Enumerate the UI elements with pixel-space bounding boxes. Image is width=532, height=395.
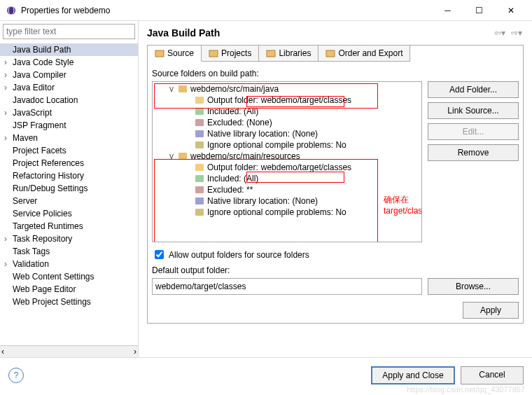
cancel-button[interactable]: Cancel (461, 366, 524, 384)
tree-node-ignore[interactable]: Ignore optional compile problems: No (154, 139, 420, 151)
sidebar-item-task-tags[interactable]: Task Tags (0, 245, 138, 258)
svg-rect-14 (195, 175, 204, 182)
svg-rect-4 (267, 50, 275, 57)
svg-rect-2 (155, 50, 164, 57)
source-folders-tree[interactable]: 确保在target/classes vwebdemo/src/main/java… (152, 81, 422, 242)
tree-node-output[interactable]: Output folder: webdemo/target/classes (154, 95, 420, 106)
tree-node-output[interactable]: Output folder: webdemo/target/classes (154, 162, 420, 173)
window-title: Properties for webdemo (21, 6, 432, 15)
tree-node-excluded[interactable]: Excluded: ** (154, 184, 420, 195)
sidebar-item-targeted-runtimes[interactable]: Targeted Runtimes (0, 220, 138, 233)
sidebar-item-service-policies[interactable]: Service Policies (0, 207, 138, 220)
minimize-button[interactable]: ─ (432, 0, 463, 21)
svg-rect-11 (195, 141, 204, 148)
page-title: Java Build Path (147, 27, 493, 39)
sidebar-tree[interactable]: Java Build PathJava Code StyleJava Compi… (0, 42, 138, 345)
default-output-input[interactable] (152, 278, 422, 295)
svg-rect-15 (195, 186, 204, 193)
svg-rect-3 (209, 50, 218, 57)
sidebar-item-jsp-fragment[interactable]: JSP Fragment (0, 119, 138, 132)
tree-node-excluded[interactable]: Excluded: (None) (154, 117, 420, 128)
forward-icon[interactable]: ⇨▾ (510, 27, 524, 39)
library-icon (266, 48, 276, 58)
filter-input[interactable] (3, 24, 135, 39)
chevron-down-icon: v (168, 151, 175, 161)
sidebar-item-java-editor[interactable]: Java Editor (0, 81, 138, 94)
allow-output-checkbox[interactable] (155, 250, 164, 259)
ignore-icon (195, 140, 204, 150)
tabs: SourceProjectsLibrariesOrder and Export (147, 45, 524, 62)
svg-rect-7 (195, 97, 204, 104)
apply-close-button[interactable]: Apply and Close (371, 366, 455, 384)
svg-rect-16 (195, 198, 204, 205)
tree-node-included[interactable]: Included: (All) (154, 106, 420, 117)
sidebar-item-validation[interactable]: Validation (0, 258, 138, 270)
sidebar-item-web-project-settings[interactable]: Web Project Settings (0, 296, 138, 308)
native-icon (195, 196, 204, 206)
tree-node-folder[interactable]: vwebdemo/src/main/java (154, 83, 420, 95)
native-icon (195, 129, 204, 139)
output-icon (195, 95, 204, 105)
svg-rect-10 (195, 130, 204, 137)
tab-projects[interactable]: Projects (202, 46, 259, 62)
tree-node-included[interactable]: Included: (All) (154, 173, 420, 184)
sidebar-item-refactoring-history[interactable]: Refactoring History (0, 169, 138, 182)
excluded-icon (195, 185, 204, 195)
back-icon[interactable]: ⇦▾ (493, 27, 507, 39)
add-folder-button[interactable]: Add Folder... (428, 81, 519, 98)
build-path-label: Source folders on build path: (152, 69, 519, 78)
sidebar-item-server[interactable]: Server (0, 195, 138, 207)
tab-source[interactable]: Source (148, 46, 202, 62)
included-icon (195, 106, 204, 116)
folder-icon (155, 48, 164, 58)
maximize-button[interactable]: ☐ (463, 0, 495, 21)
sidebar-item-project-references[interactable]: Project References (0, 157, 138, 169)
tree-node-native[interactable]: Native library location: (None) (154, 195, 420, 207)
apply-button[interactable]: Apply (463, 302, 519, 319)
svg-rect-12 (178, 153, 187, 160)
svg-rect-17 (195, 209, 204, 216)
sidebar-item-web-page-editor[interactable]: Web Page Editor (0, 283, 138, 296)
browse-button[interactable]: Browse... (428, 278, 519, 295)
sidebar-item-java-code-style[interactable]: Java Code Style (0, 56, 138, 69)
sidebar-item-java-compiler[interactable]: Java Compiler (0, 69, 138, 81)
chevron-down-icon: v (168, 84, 175, 94)
sidebar-item-java-build-path[interactable]: Java Build Path (0, 43, 138, 56)
sidebar-item-web-content-settings[interactable]: Web Content Settings (0, 270, 138, 283)
tree-node-native[interactable]: Native library location: (None) (154, 128, 420, 139)
svg-rect-5 (326, 50, 335, 57)
watermark: https://blog.csdn.net/qq_43077857 (407, 385, 525, 394)
close-button[interactable]: ✕ (495, 0, 526, 21)
svg-rect-13 (195, 164, 204, 171)
included-icon (195, 174, 204, 183)
sidebar-item-javascript[interactable]: JavaScript (0, 106, 138, 119)
svg-rect-9 (195, 119, 204, 126)
tree-node-ignore[interactable]: Ignore optional compile problems: No (154, 207, 420, 218)
eclipse-icon (6, 5, 17, 16)
tab-order-and-export[interactable]: Order and Export (318, 46, 410, 62)
excluded-icon (195, 118, 204, 127)
folder-icon (178, 151, 188, 161)
folder-icon (178, 84, 188, 94)
project-icon (209, 48, 218, 58)
svg-rect-6 (178, 85, 187, 92)
link-source-button[interactable]: Link Source... (428, 102, 519, 119)
allow-output-label: Allow output folders for source folders (169, 250, 309, 260)
sidebar-item-javadoc-location[interactable]: Javadoc Location (0, 94, 138, 106)
sidebar-item-maven[interactable]: Maven (0, 132, 138, 144)
edit-button: Edit... (428, 123, 519, 140)
sidebar-item-task-repository[interactable]: Task Repository (0, 233, 138, 245)
sidebar-scrollbar-x[interactable]: ‹› (0, 345, 138, 357)
ignore-icon (195, 207, 204, 217)
tree-node-folder[interactable]: vwebdemo/src/main/resources (154, 151, 420, 162)
annotation: 确保在target/classes (384, 194, 422, 216)
output-icon (195, 162, 204, 172)
svg-rect-8 (195, 108, 204, 115)
sidebar-item-project-facets[interactable]: Project Facets (0, 144, 138, 157)
sidebar-item-run-debug-settings[interactable]: Run/Debug Settings (0, 182, 138, 195)
help-icon[interactable]: ? (8, 368, 24, 383)
remove-button[interactable]: Remove (428, 144, 519, 161)
tab-libraries[interactable]: Libraries (259, 46, 318, 62)
order-icon (326, 48, 335, 58)
default-output-label: Default output folder: (152, 265, 519, 275)
